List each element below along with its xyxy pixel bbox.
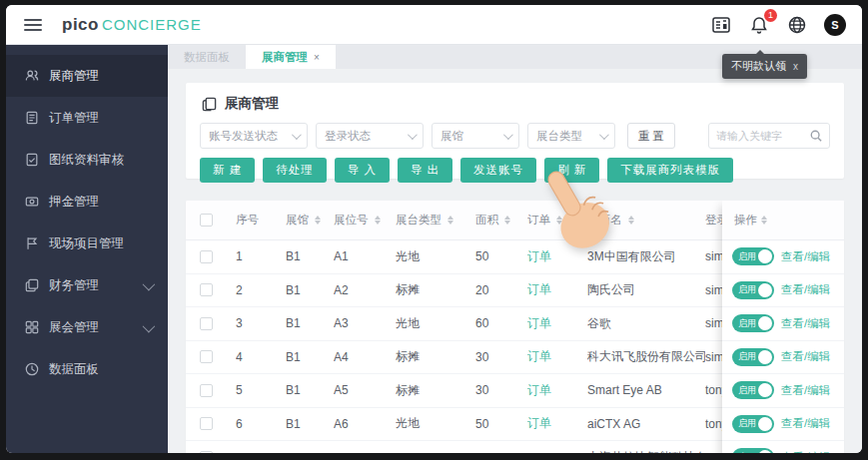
filter-select[interactable]: 展台类型 (527, 123, 615, 149)
cell-booth: A3 (334, 316, 396, 330)
cell-booth: A6 (334, 417, 396, 431)
cell-type: 光地 (396, 248, 475, 265)
action-button[interactable]: 待处理 (263, 158, 327, 183)
view-edit-link[interactable]: 查看/编辑 (781, 249, 830, 264)
tab-close-icon[interactable]: × (314, 52, 320, 63)
sidebar-item[interactable]: 展会管理 (6, 306, 168, 348)
column-header-order[interactable]: 订单 (527, 213, 587, 228)
cell-num: 2 (236, 283, 286, 297)
filter-select[interactable]: 展馆 (432, 123, 519, 149)
enable-toggle[interactable]: 启用 (732, 314, 774, 332)
action-row: 启用查看/编辑 (722, 341, 844, 375)
sidebar-item[interactable]: 现场项目管理 (6, 223, 168, 264)
sidebar-item[interactable]: 数据面板 (6, 348, 168, 390)
order-link[interactable]: 订单 (527, 415, 551, 432)
sidebar-item[interactable]: 订单管理 (6, 97, 168, 139)
row-checkbox[interactable] (200, 384, 213, 397)
chevron-down-icon (292, 130, 302, 140)
order-link[interactable]: 订单 (527, 382, 551, 399)
row-checkbox[interactable] (200, 451, 213, 453)
enable-toggle[interactable]: 启用 (732, 281, 774, 299)
view-edit-link[interactable]: 查看/编辑 (781, 383, 830, 398)
sidebar-item[interactable]: 财务管理 (6, 264, 168, 306)
tooltip-close-icon[interactable]: x (793, 61, 798, 72)
row-checkbox[interactable] (200, 350, 213, 363)
row-checkbox[interactable] (200, 250, 213, 263)
reset-button[interactable]: 重 置 (627, 123, 675, 149)
cell-num: 6 (236, 417, 286, 431)
search-icon (810, 130, 822, 142)
sort-icon[interactable] (761, 216, 767, 225)
claim-panel-icon[interactable] (710, 14, 732, 36)
enable-toggle[interactable]: 启用 (732, 448, 774, 453)
select-all-checkbox[interactable] (200, 214, 213, 227)
cell-area: 20 (475, 283, 527, 297)
enable-toggle[interactable]: 启用 (732, 415, 774, 433)
filter-select[interactable]: 账号发送状态 (200, 123, 308, 149)
toggle-knob (758, 417, 772, 431)
expo-icon (24, 320, 39, 335)
filter-select[interactable]: 登录状态 (316, 123, 424, 149)
enable-toggle[interactable]: 启用 (732, 247, 774, 265)
enable-toggle[interactable]: 启用 (732, 381, 774, 399)
column-header-type[interactable]: 展台类型 (396, 213, 475, 228)
search-input[interactable] (716, 130, 810, 142)
dashboard-icon (24, 362, 39, 377)
column-header-area[interactable]: 面积 (475, 213, 527, 228)
chevron-down-icon (408, 130, 418, 140)
cell-exhibitor-name: 科大讯飞股份有限公司 (587, 348, 705, 365)
bell-icon[interactable]: 1 (748, 14, 770, 36)
toggle-knob (758, 350, 772, 364)
row-checkbox[interactable] (200, 317, 213, 330)
cell-area: 60 (475, 316, 527, 330)
column-header-hall[interactable]: 展馆 (286, 213, 334, 228)
sort-icon[interactable] (556, 216, 562, 225)
sort-icon[interactable] (315, 216, 321, 225)
enable-toggle[interactable]: 启用 (732, 348, 774, 366)
toggle-knob (758, 249, 772, 263)
column-header-name[interactable]: 展商名 (587, 213, 705, 228)
view-edit-link[interactable]: 查看/编辑 (781, 282, 830, 297)
view-edit-link[interactable]: 查看/编辑 (781, 450, 830, 453)
cell-num: 5 (236, 383, 286, 397)
logo-pico: pico (62, 15, 99, 35)
column-header-booth[interactable]: 展位号 (334, 213, 396, 228)
toolbar-card: 展商管理 账号发送状态登录状态展馆展台类型重 置 新 建待处理导 入导 出发送账… (186, 83, 844, 179)
action-button[interactable]: 发送账号 (460, 158, 536, 183)
sidebar-item[interactable]: 图纸资料审核 (6, 139, 168, 181)
cell-hall: B1 (286, 383, 334, 397)
order-link[interactable]: 订单 (527, 315, 551, 332)
order-link[interactable]: 订单 (527, 281, 551, 298)
order-link[interactable]: 订单 (527, 348, 551, 365)
tab-exhibitor-management[interactable]: 展商管理× (246, 45, 336, 69)
action-button[interactable]: 下载展商列表模版 (607, 158, 733, 183)
tab-dashboard[interactable]: 数据面板 (168, 45, 246, 69)
row-checkbox[interactable] (200, 283, 213, 296)
fixed-action-column: 操作 启用查看/编辑启用查看/编辑启用查看/编辑启用查看/编辑启用查看/编辑启用… (722, 201, 844, 453)
view-edit-link[interactable]: 查看/编辑 (781, 349, 830, 364)
view-edit-link[interactable]: 查看/编辑 (781, 316, 830, 331)
user-avatar[interactable]: S (824, 14, 846, 36)
globe-icon[interactable] (786, 14, 808, 36)
sidebar-item[interactable]: 押金管理 (6, 181, 168, 223)
page-title: 展商管理 (202, 95, 830, 113)
hamburger-menu-icon[interactable] (24, 19, 42, 31)
order-link[interactable]: 订单 (527, 248, 551, 265)
order-icon (24, 111, 39, 126)
sidebar-item[interactable]: 展商管理 (6, 55, 168, 97)
action-row: 启用查看/编辑 (722, 374, 844, 408)
sort-icon[interactable] (504, 216, 510, 225)
sort-icon[interactable] (628, 216, 634, 225)
row-checkbox[interactable] (200, 417, 213, 430)
action-button[interactable]: 新 建 (200, 158, 255, 183)
cell-booth: A4 (334, 350, 396, 364)
action-row: 启用查看/编辑 (722, 408, 844, 442)
action-button[interactable]: 刷 新 (544, 158, 599, 183)
finance-icon (24, 278, 39, 293)
action-column-header: 操作 (722, 201, 844, 240)
sort-icon[interactable] (375, 216, 381, 225)
action-button[interactable]: 导 出 (398, 158, 452, 183)
action-button[interactable]: 导 入 (335, 158, 390, 183)
view-edit-link[interactable]: 查看/编辑 (781, 416, 830, 431)
sort-icon[interactable] (447, 216, 453, 225)
